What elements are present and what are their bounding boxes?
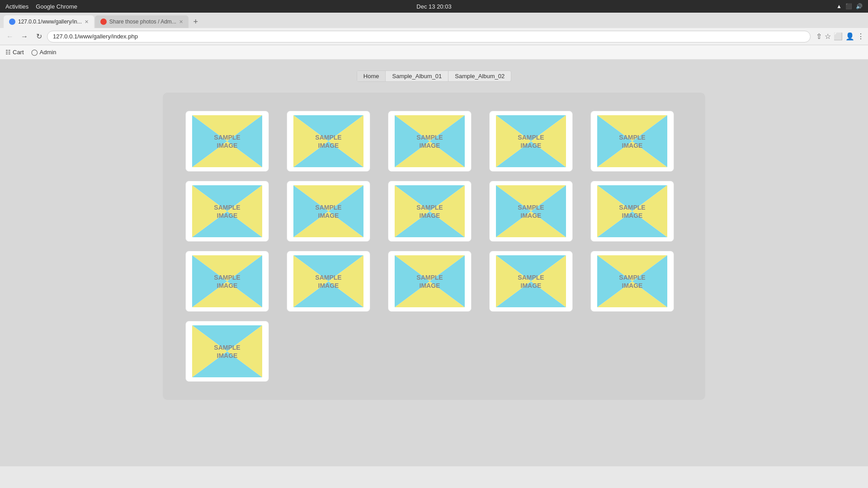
wifi-icon: ▲: [836, 3, 842, 9]
gallery-item[interactable]: SAMPLE IMAGE: [185, 321, 269, 382]
gallery-item[interactable]: SAMPLE IMAGE: [489, 111, 573, 172]
tab-label-gallery: 127.0.0.1/www/gallery/in...: [18, 19, 82, 25]
new-tab-button[interactable]: +: [189, 15, 202, 28]
gallery-item[interactable]: SAMPLE IMAGE: [287, 111, 370, 172]
breadcrumb-album1[interactable]: Sample_Album_01: [386, 71, 448, 81]
profile-icon[interactable]: 👤: [845, 32, 854, 41]
admin-label: Admin: [40, 49, 57, 56]
tab-gallery[interactable]: 127.0.0.1/www/gallery/in... ✕: [4, 15, 94, 28]
volume-icon: 🔊: [856, 3, 863, 9]
cart-label: Cart: [13, 49, 24, 56]
tab-close-photos[interactable]: ✕: [179, 19, 183, 25]
browser-label: Google Chrome: [36, 3, 77, 10]
gallery-grid: SAMPLE IMAGE SAMPLE IMAGE: [185, 111, 683, 382]
browser-chrome: 127.0.0.1/www/gallery/in... ✕ Share thos…: [0, 13, 868, 60]
gallery-item[interactable]: SAMPLE IMAGE: [388, 251, 472, 312]
tab-favicon-gallery: [9, 19, 15, 25]
forward-button[interactable]: →: [18, 30, 31, 43]
reload-button[interactable]: ↻: [33, 30, 45, 43]
tab-photos[interactable]: Share those photos / Adm... ✕: [95, 15, 189, 28]
back-button[interactable]: ←: [4, 30, 16, 43]
nav-bar: ← → ↻ 127.0.0.1/www/gallery/index.php ⇧ …: [0, 28, 868, 45]
admin-icon: ◯: [31, 49, 38, 56]
gallery-item[interactable]: SAMPLE IMAGE: [590, 181, 674, 242]
url-text: 127.0.0.1/www/gallery/index.php: [53, 33, 138, 40]
gallery-item[interactable]: SAMPLE IMAGE: [388, 181, 472, 242]
gallery-item[interactable]: SAMPLE IMAGE: [287, 181, 370, 242]
breadcrumb-home[interactable]: Home: [357, 71, 386, 81]
cart-link[interactable]: ☷ Cart: [5, 49, 24, 56]
gallery-item[interactable]: SAMPLE IMAGE: [185, 181, 269, 242]
tab-favicon-photos: [100, 19, 107, 25]
gallery-item[interactable]: SAMPLE IMAGE: [590, 111, 674, 172]
cart-icon: ☷: [5, 49, 11, 56]
gallery-container: SAMPLE IMAGE SAMPLE IMAGE: [163, 93, 705, 400]
gallery-item[interactable]: SAMPLE IMAGE: [185, 111, 269, 172]
tab-label-photos: Share those photos / Adm...: [109, 19, 176, 25]
gallery-item[interactable]: SAMPLE IMAGE: [489, 251, 573, 312]
url-bar[interactable]: 127.0.0.1/www/gallery/index.php: [47, 31, 811, 42]
bookmark-icon[interactable]: ☆: [825, 32, 831, 41]
gallery-item[interactable]: SAMPLE IMAGE: [489, 181, 573, 242]
gallery-item[interactable]: SAMPLE IMAGE: [590, 251, 674, 312]
gallery-item[interactable]: SAMPLE IMAGE: [388, 111, 472, 172]
breadcrumb-album2[interactable]: Sample_Album_02: [448, 71, 511, 81]
share-icon[interactable]: ⇧: [816, 32, 822, 41]
network-icon: ⬛: [845, 3, 852, 9]
menu-icon[interactable]: ⋮: [857, 32, 864, 41]
datetime: Dec 13 20:03: [416, 3, 451, 10]
page-background: Home Sample_Album_01 Sample_Album_02 SAM…: [0, 60, 868, 466]
gallery-item[interactable]: SAMPLE IMAGE: [287, 251, 370, 312]
activities-label[interactable]: Activities: [5, 3, 28, 10]
app-bar: ☷ Cart ◯ Admin: [0, 45, 868, 60]
breadcrumb: Home Sample_Album_01 Sample_Album_02: [357, 70, 511, 82]
extensions-icon[interactable]: ⬜: [834, 32, 843, 41]
tab-close-gallery[interactable]: ✕: [85, 19, 89, 25]
admin-link[interactable]: ◯ Admin: [31, 49, 57, 56]
os-bar: Activities Google Chrome Dec 13 20:03 ▲ …: [0, 0, 868, 13]
gallery-item[interactable]: SAMPLE IMAGE: [185, 251, 269, 312]
tab-bar: 127.0.0.1/www/gallery/in... ✕ Share thos…: [0, 13, 868, 28]
